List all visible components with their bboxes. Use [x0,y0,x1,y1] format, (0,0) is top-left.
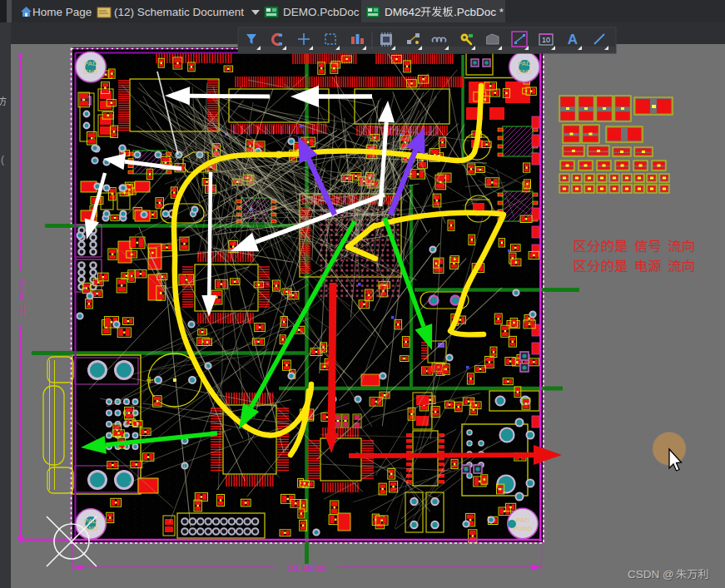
svg-text:PAD: PAD [516,516,529,524]
svg-text:106.68mm: 106.68mm [286,564,325,573]
svg-text:Home Page: Home Page [32,6,92,18]
svg-text:DEMO.PcbDoc: DEMO.PcbDoc [283,6,360,18]
svg-text:DM642: DM642 [385,6,421,18]
svg-text:PAD: PAD [84,60,97,67]
svg-text:PGND: PGND [513,525,532,532]
svg-text:111.76mm: 111.76mm [17,279,26,316]
svg-text:(: ( [1,154,4,166]
svg-text:.PcbDoc *: .PcbDoc * [454,6,504,18]
svg-text:CSDN @: CSDN @ [628,568,674,581]
svg-text:PAD: PAD [518,60,531,67]
svg-text:GND: GND [517,68,532,76]
svg-text:(12) Schematic Document: (12) Schematic Document [114,6,244,18]
svg-text:10: 10 [542,36,550,44]
svg-text:A: A [568,32,578,47]
svg-text:GND: GND [83,68,98,76]
